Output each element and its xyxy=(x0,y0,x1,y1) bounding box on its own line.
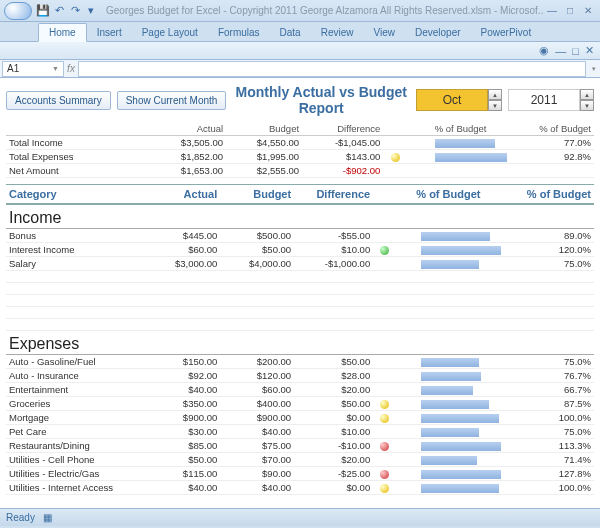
redo-icon[interactable]: ↷ xyxy=(68,4,82,18)
table-row: Bonus$445.00$500.00-$55.0089.0% xyxy=(6,229,594,243)
status-dot-icon xyxy=(380,442,389,451)
name-box[interactable]: A1▼ xyxy=(2,61,64,77)
tab-developer[interactable]: Developer xyxy=(405,24,471,41)
accounts-summary-button[interactable]: Accounts Summary xyxy=(6,91,111,110)
ribbon-strip: ◉ — □ ✕ xyxy=(0,42,600,60)
office-button[interactable] xyxy=(4,2,32,20)
table-row: Utilities - Electric/Gas$115.00$90.00-$2… xyxy=(6,467,594,481)
macro-icon[interactable]: ▦ xyxy=(43,512,52,523)
close-button[interactable]: ✕ xyxy=(580,4,596,18)
table-row: Groceries$350.00$400.00$50.0087.5% xyxy=(6,397,594,411)
report-title: Monthly Actual vs Budget Report xyxy=(232,84,410,116)
maximize-button[interactable]: □ xyxy=(562,4,578,18)
table-row: Utilities - Internet Access$40.00$40.00$… xyxy=(6,481,594,495)
year-down-button[interactable]: ▼ xyxy=(580,100,594,111)
undo-icon[interactable]: ↶ xyxy=(52,4,66,18)
title-bar: 💾 ↶ ↷ ▾ Georges Budget for Excel - Copyr… xyxy=(0,0,600,22)
tab-powerpivot[interactable]: PowerPivot xyxy=(471,24,542,41)
month-selector: Oct ▲▼ xyxy=(416,89,502,111)
worksheet: Accounts Summary Show Current Month Mont… xyxy=(0,78,600,508)
table-row: Pet Care$30.00$40.00$10.0075.0% xyxy=(6,425,594,439)
window-title: Georges Budget for Excel - Copyright 201… xyxy=(98,5,544,16)
formula-input[interactable] xyxy=(78,61,586,77)
ribbon-tabs: HomeInsertPage LayoutFormulasDataReviewV… xyxy=(0,22,600,42)
wb-minimize-button[interactable]: — xyxy=(555,45,566,57)
qat-more-icon[interactable]: ▾ xyxy=(84,4,98,18)
status-bar: Ready ▦ xyxy=(0,508,600,526)
table-row: Utilities - Cell Phone$50.00$70.00$20.00… xyxy=(6,453,594,467)
help-icon[interactable]: ◉ xyxy=(539,44,549,57)
expand-formula-icon[interactable]: ▾ xyxy=(588,65,600,73)
year-up-button[interactable]: ▲ xyxy=(580,89,594,100)
month-value: Oct xyxy=(416,89,488,111)
tab-data[interactable]: Data xyxy=(270,24,311,41)
summary-table: Actual Budget Difference % of Budget % o… xyxy=(6,122,594,178)
table-row: Restaurants/Dining$85.00$75.00-$10.00113… xyxy=(6,439,594,453)
table-row: Interest Income$60.00$50.00$10.00120.0% xyxy=(6,243,594,257)
save-icon[interactable]: 💾 xyxy=(36,4,50,18)
formula-bar: A1▼ fx ▾ xyxy=(0,60,600,78)
status-text: Ready xyxy=(6,512,35,523)
tab-insert[interactable]: Insert xyxy=(87,24,132,41)
income-section: Income xyxy=(6,204,594,229)
show-current-month-button[interactable]: Show Current Month xyxy=(117,91,227,110)
table-row: Auto - Insurance$92.00$120.00$28.0076.7% xyxy=(6,369,594,383)
tab-view[interactable]: View xyxy=(363,24,405,41)
tab-review[interactable]: Review xyxy=(311,24,364,41)
status-dot-icon xyxy=(391,153,400,162)
wb-restore-button[interactable]: □ xyxy=(572,45,579,57)
quick-access-toolbar: 💾 ↶ ↷ ▾ xyxy=(36,4,98,18)
table-row: Auto - Gasoline/Fuel$150.00$200.00$50.00… xyxy=(6,355,594,369)
status-dot-icon xyxy=(380,400,389,409)
table-row: Mortgage$900.00$900.00$0.00100.0% xyxy=(6,411,594,425)
month-down-button[interactable]: ▼ xyxy=(488,100,502,111)
month-up-button[interactable]: ▲ xyxy=(488,89,502,100)
table-row: Total Income$3,505.00$4,550.00-$1,045.00… xyxy=(6,136,594,150)
table-row: Total Expenses$1,852.00$1,995.00$143.009… xyxy=(6,150,594,164)
detail-table: Category Actual Budget Difference % of B… xyxy=(6,184,594,495)
year-selector: 2011 ▲▼ xyxy=(508,89,594,111)
minimize-button[interactable]: — xyxy=(544,4,560,18)
status-dot-icon xyxy=(380,246,389,255)
expenses-section: Expenses xyxy=(6,331,594,355)
year-value: 2011 xyxy=(508,89,580,111)
tab-home[interactable]: Home xyxy=(38,23,87,42)
table-row: Net Amount$1,653.00$2,555.00-$902.00 xyxy=(6,164,594,178)
status-dot-icon xyxy=(380,414,389,423)
status-dot-icon xyxy=(380,470,389,479)
table-row: Salary$3,000.00$4,000.00-$1,000.0075.0% xyxy=(6,257,594,271)
status-dot-icon xyxy=(380,484,389,493)
wb-close-button[interactable]: ✕ xyxy=(585,44,594,57)
table-row: Entertainment$40.00$60.00$20.0066.7% xyxy=(6,383,594,397)
tab-formulas[interactable]: Formulas xyxy=(208,24,270,41)
fx-icon[interactable]: fx xyxy=(64,63,78,74)
tab-pagelayout[interactable]: Page Layout xyxy=(132,24,208,41)
